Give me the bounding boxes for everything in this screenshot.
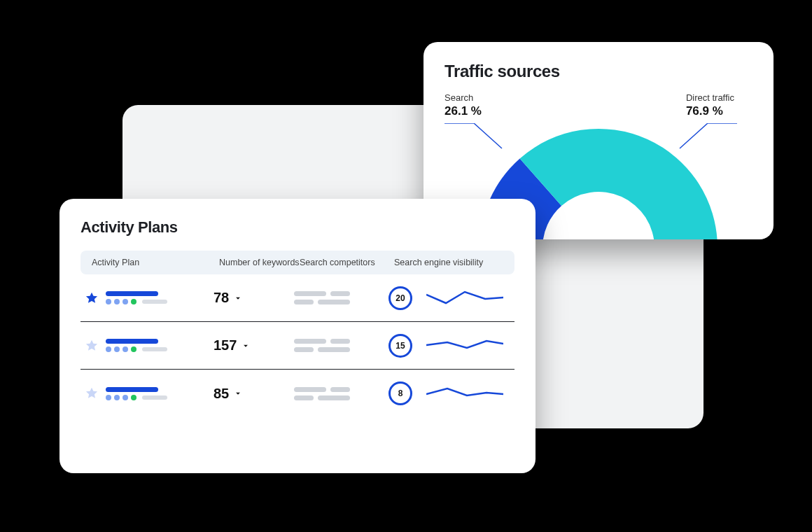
chevron-down-icon [233,388,243,398]
activity-plans-title: Activity Plans [80,218,514,237]
col-header-keywords: Number of keywords [219,258,300,267]
plan-name-placeholder [106,339,167,352]
traffic-label-direct: Direct traffic 76.9 % [686,92,734,118]
table-row[interactable]: 157 15 [80,322,514,370]
competitors-placeholder [294,291,388,304]
plan-name-placeholder [106,387,167,400]
visibility-badge: 15 [388,334,412,358]
gauge-slice-direct [520,129,718,239]
table-row[interactable]: 85 8 [80,370,514,417]
sparkline [426,383,503,404]
traffic-label-direct-name: Direct traffic [686,92,734,103]
traffic-label-search: Search 26.1 % [444,92,482,118]
traffic-label-direct-value: 76.9 % [686,104,734,118]
visibility-value: 8 [398,388,403,398]
plans-table-header: Activity Plan Number of keywords Search … [80,251,514,274]
table-row[interactable]: 78 20 [80,274,514,322]
keywords-value: 157 [214,337,237,354]
visibility-badge: 8 [388,382,412,405]
chevron-down-icon [241,341,251,351]
visibility-value: 20 [396,293,405,303]
col-header-visibility: Search engine visibility [394,258,509,267]
keywords-expander[interactable]: 85 [214,386,294,402]
traffic-sources-title: Traffic sources [444,62,752,81]
keywords-expander[interactable]: 78 [214,290,294,306]
competitors-placeholder [294,387,388,400]
star-icon[interactable] [85,386,99,400]
activity-plans-card: Activity Plans Activity Plan Number of k… [59,199,536,473]
col-header-plan: Activity Plan [86,258,219,267]
keywords-value: 85 [214,386,229,402]
keywords-value: 78 [214,290,229,306]
visibility-value: 15 [396,341,405,351]
competitors-placeholder [294,339,388,352]
sparkline [426,288,503,309]
col-header-competitors: Search competitors [300,258,394,267]
visibility-badge: 20 [388,286,412,310]
star-icon[interactable] [85,339,99,353]
traffic-label-search-name: Search [444,92,473,103]
sparkline [426,335,503,356]
star-icon[interactable] [85,291,99,305]
keywords-expander[interactable]: 157 [214,337,294,354]
traffic-label-search-value: 26.1 % [444,104,482,118]
chevron-down-icon [233,293,243,303]
plan-name-placeholder [106,291,167,304]
